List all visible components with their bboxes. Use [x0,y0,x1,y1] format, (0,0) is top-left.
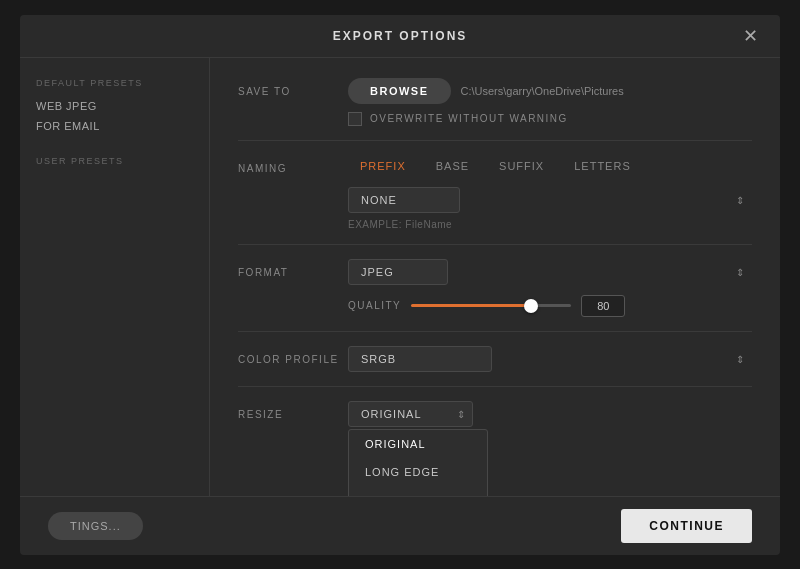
naming-example: EXAMPLE: FileName [348,219,752,230]
resize-label: RESIZE [238,401,348,420]
default-presets-label: DEFAULT PRESETS [36,78,193,88]
color-profile-select-wrapper: sRGB Adobe RGB ProPhoto RGB ⇕ [348,346,752,372]
export-options-dialog: EXPORT OPTIONS ✕ DEFAULT PRESETS WEB JPE… [20,15,780,555]
save-to-label: SAVE TO [238,78,348,97]
dialog-footer: TINGS... CONTINUE [20,496,780,555]
resize-controls: ORIGINAL LONG EDGE SHORT EDGE DIMENSIONS… [348,401,752,427]
dropdown-item-long-edge[interactable]: LONG EDGE [349,458,487,486]
tab-prefix[interactable]: PREFIX [348,155,418,177]
format-select-arrow: ⇕ [736,266,744,277]
continue-button[interactable]: CONTINUE [621,509,752,543]
quality-slider[interactable] [411,304,571,307]
format-controls: JPEG PNG TIFF DNG ⇕ QUALITY [348,259,752,317]
format-row: FORMAT JPEG PNG TIFF DNG ⇕ QUALITY [238,259,752,317]
naming-label: NAMING [238,155,348,174]
dialog-header: EXPORT OPTIONS ✕ [20,15,780,58]
naming-tabs: PREFIX BASE SUFFIX LETTERS [348,155,752,177]
dialog-body: DEFAULT PRESETS WEB JPEG FOR EMAIL USER … [20,58,780,496]
sidebar-item-web-jpeg[interactable]: WEB JPEG [36,96,193,116]
divider-1 [238,140,752,141]
quality-label: QUALITY [348,300,401,311]
divider-3 [238,331,752,332]
resize-select[interactable]: ORIGINAL LONG EDGE SHORT EDGE DIMENSIONS [348,401,473,427]
color-profile-controls: sRGB Adobe RGB ProPhoto RGB ⇕ [348,346,752,372]
overwrite-label: OVERWRITE WITHOUT WARNING [370,113,568,124]
settings-button[interactable]: TINGS... [48,512,143,540]
dropdown-item-original[interactable]: ORIGINAL [349,430,487,458]
tab-suffix[interactable]: SUFFIX [487,155,556,177]
format-select[interactable]: JPEG PNG TIFF DNG [348,259,448,285]
naming-select-wrapper: NONE DATE SEQUENCE CUSTOM ⇕ [348,187,752,213]
save-to-controls: BROWSE C:\Users\garry\OneDrive\Pictures … [348,78,752,126]
color-profile-label: COLOR PROFILE [238,346,348,365]
default-presets-section: DEFAULT PRESETS WEB JPEG FOR EMAIL [36,78,193,136]
save-path: C:\Users\garry\OneDrive\Pictures [461,85,624,97]
overwrite-checkbox[interactable] [348,112,362,126]
tab-letters[interactable]: LETTERS [562,155,643,177]
color-profile-select[interactable]: sRGB Adobe RGB ProPhoto RGB [348,346,492,372]
color-profile-arrow: ⇕ [736,353,744,364]
main-content: SAVE TO BROWSE C:\Users\garry\OneDrive\P… [210,58,780,496]
divider-4 [238,386,752,387]
quality-thumb [524,299,538,313]
naming-controls: PREFIX BASE SUFFIX LETTERS NONE DATE SEQ… [348,155,752,230]
color-profile-row: COLOR PROFILE sRGB Adobe RGB ProPhoto RG… [238,346,752,372]
resize-select-wrapper: ORIGINAL LONG EDGE SHORT EDGE DIMENSIONS… [348,401,473,427]
dialog-title: EXPORT OPTIONS [333,29,468,43]
close-button[interactable]: ✕ [737,25,764,47]
quality-row: QUALITY [348,295,752,317]
overwrite-row: OVERWRITE WITHOUT WARNING [348,112,752,126]
format-label: FORMAT [238,259,348,278]
divider-2 [238,244,752,245]
resize-row: RESIZE ORIGINAL LONG EDGE SHORT EDGE DIM… [238,401,752,427]
user-presets-section: USER PRESETS [36,156,193,166]
naming-row: NAMING PREFIX BASE SUFFIX LETTERS NONE D… [238,155,752,230]
format-select-wrapper: JPEG PNG TIFF DNG ⇕ [348,259,752,285]
sidebar-item-for-email[interactable]: FOR EMAIL [36,116,193,136]
sidebar: DEFAULT PRESETS WEB JPEG FOR EMAIL USER … [20,58,210,496]
dropdown-item-short-edge[interactable]: SHORT EDGE [349,486,487,496]
naming-select-arrow: ⇕ [736,194,744,205]
resize-dropdown: ORIGINAL LONG EDGE SHORT EDGE DIMENSIONS [348,429,488,496]
quality-value[interactable] [581,295,625,317]
naming-select[interactable]: NONE DATE SEQUENCE CUSTOM [348,187,460,213]
browse-row: BROWSE C:\Users\garry\OneDrive\Pictures [348,78,752,104]
user-presets-label: USER PRESETS [36,156,193,166]
resize-select-row: ORIGINAL LONG EDGE SHORT EDGE DIMENSIONS… [348,401,752,427]
save-to-row: SAVE TO BROWSE C:\Users\garry\OneDrive\P… [238,78,752,126]
browse-button[interactable]: BROWSE [348,78,451,104]
tab-base[interactable]: BASE [424,155,481,177]
